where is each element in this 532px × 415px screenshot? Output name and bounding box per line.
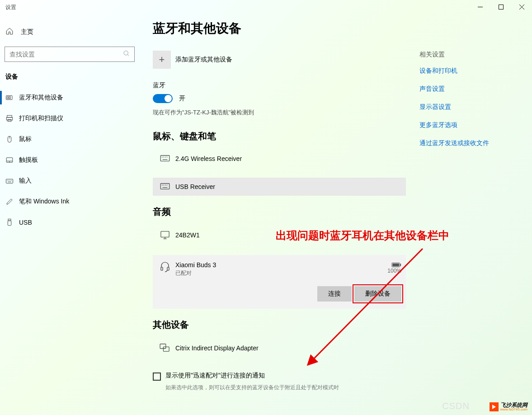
battery-icon	[391, 261, 401, 268]
minimize-icon	[478, 4, 483, 11]
device-name: Citrix Indirect Display Adapter	[175, 344, 401, 352]
related-link-more-bt[interactable]: 更多蓝牙选项	[419, 121, 518, 129]
device-status: 已配对	[175, 269, 387, 277]
device-row-expanded[interactable]: Xiaomi Buds 3 已配对 100% 连接 删除设备	[153, 255, 406, 309]
home-label: 主页	[21, 28, 33, 36]
svg-rect-11	[8, 119, 11, 122]
usb-icon	[5, 218, 19, 226]
sidebar-item-label: 触摸板	[19, 156, 38, 164]
svg-rect-25	[160, 156, 169, 161]
keyboard-icon	[157, 183, 173, 190]
svg-rect-9	[7, 115, 12, 118]
device-name: Xiaomi Buds 3	[175, 261, 387, 269]
search-input[interactable]	[5, 47, 135, 62]
window-controls	[470, 0, 532, 14]
page-title: 蓝牙和其他设备	[153, 20, 518, 37]
related-link-sound[interactable]: 声音设置	[419, 85, 518, 93]
section-title-audio: 音频	[153, 206, 406, 218]
svg-line-5	[127, 55, 129, 56]
bluetooth-toggle-state: 开	[179, 94, 185, 103]
connect-button[interactable]: 连接	[317, 286, 352, 302]
device-row[interactable]: 2.4G Wireless Receiver	[153, 150, 406, 168]
add-device-label: 添加蓝牙或其他设备	[175, 56, 232, 64]
watermark-csdn: CSDN	[442, 401, 470, 411]
svg-rect-17	[6, 179, 13, 183]
home-icon	[5, 27, 21, 37]
device-row[interactable]: USB Receiver	[153, 178, 406, 196]
sidebar-item-printers[interactable]: 打印机和扫描仪	[0, 108, 139, 129]
close-icon	[519, 4, 524, 11]
monitor-icon	[157, 231, 173, 240]
annotation-text: 出现问题时蓝牙耳机在其他设备栏中	[276, 228, 449, 243]
svg-rect-44	[400, 264, 401, 266]
quick-pair-checkbox[interactable]	[153, 373, 161, 381]
svg-rect-45	[160, 344, 166, 349]
related-link-display[interactable]: 显示器设置	[419, 103, 518, 111]
svg-rect-43	[392, 264, 399, 266]
related-link-devices-printers[interactable]: 设备和打印机	[419, 67, 518, 75]
sidebar-item-label: 输入	[19, 177, 32, 185]
sidebar-item-mouse[interactable]: 鼠标	[0, 129, 139, 150]
remove-device-button[interactable]: 删除设备	[354, 286, 401, 302]
device-name: USB Receiver	[175, 183, 401, 190]
pen-icon	[5, 198, 19, 206]
sidebar-item-bluetooth[interactable]: 蓝牙和其他设备	[0, 87, 139, 108]
detection-text: 现在可作为"JS-TZ-KJ-魏浩航"被检测到	[153, 108, 406, 117]
plus-icon: +	[153, 51, 171, 69]
related-heading: 相关设置	[419, 51, 518, 59]
titlebar: 设置	[0, 0, 532, 14]
related-link-bt-transfer[interactable]: 通过蓝牙发送或接收文件	[419, 139, 518, 147]
nav-group-label: 设备	[0, 73, 139, 87]
bluetooth-toggle[interactable]	[153, 94, 173, 103]
svg-rect-1	[499, 5, 503, 9]
home-link[interactable]: 主页	[0, 24, 139, 40]
brand-url: www.fs0745.com	[500, 408, 527, 411]
svg-rect-37	[161, 231, 169, 237]
minimize-button[interactable]	[470, 0, 490, 14]
sidebar-item-label: 笔和 Windows Ink	[19, 198, 69, 206]
sidebar-item-usb[interactable]: USB	[0, 212, 139, 233]
search-icon	[123, 50, 130, 59]
bluetooth-devices-icon	[5, 94, 19, 102]
close-button[interactable]	[511, 0, 532, 14]
keyboard-icon	[5, 177, 19, 185]
svg-rect-40	[161, 267, 163, 270]
maximize-icon	[499, 4, 504, 11]
sidebar-item-pen[interactable]: 笔和 Windows Ink	[0, 191, 139, 212]
headset-icon	[157, 261, 173, 272]
mouse-icon	[5, 135, 19, 143]
sidebar: 主页 设备 蓝牙和其他设备 打印机和扫描仪 鼠标 触摸板 输入 笔和 Windo…	[0, 14, 139, 415]
svg-rect-23	[8, 219, 11, 221]
bluetooth-label: 蓝牙	[153, 81, 406, 90]
svg-rect-10	[6, 118, 13, 120]
brand-play-icon	[490, 402, 499, 411]
sidebar-item-label: 蓝牙和其他设备	[19, 94, 63, 102]
sidebar-item-label: USB	[19, 219, 32, 226]
device-row[interactable]: Citrix Indirect Display Adapter	[153, 338, 406, 358]
svg-rect-7	[7, 97, 9, 99]
maximize-button[interactable]	[490, 0, 511, 14]
sidebar-item-touchpad[interactable]: 触摸板	[0, 150, 139, 170]
sidebar-item-typing[interactable]: 输入	[0, 170, 139, 191]
section-title-other: 其他设备	[153, 319, 406, 331]
device-name: 2.4G Wireless Receiver	[175, 155, 401, 162]
quick-pair-label: 显示使用"迅速配对"进行连接的通知	[165, 372, 406, 380]
keyboard-icon	[157, 155, 173, 162]
quick-pair-description: 如果选中此选项，则可以在受支持的蓝牙设备位于附近且处于配对模式时	[165, 383, 406, 391]
touchpad-icon	[5, 156, 19, 164]
svg-rect-8	[9, 97, 10, 99]
main-area: 蓝牙和其他设备 + 添加蓝牙或其他设备 蓝牙 开 现在可作为"JS-TZ-KJ-…	[139, 14, 532, 415]
display-adapter-icon	[157, 344, 173, 353]
svg-rect-41	[167, 267, 169, 270]
battery-percent: 100%	[387, 268, 401, 274]
printer-icon	[5, 114, 19, 123]
svg-point-4	[124, 51, 128, 55]
add-device-button[interactable]: + 添加蓝牙或其他设备	[153, 51, 406, 69]
battery-indicator: 100%	[387, 261, 401, 274]
sidebar-item-label: 鼠标	[19, 135, 32, 143]
section-title-mkp: 鼠标、键盘和笔	[153, 130, 406, 142]
search-wrap	[5, 47, 135, 62]
svg-rect-31	[160, 184, 169, 189]
brand-badge: 飞沙系统网 www.fs0745.com	[490, 402, 527, 411]
svg-rect-46	[163, 347, 169, 351]
